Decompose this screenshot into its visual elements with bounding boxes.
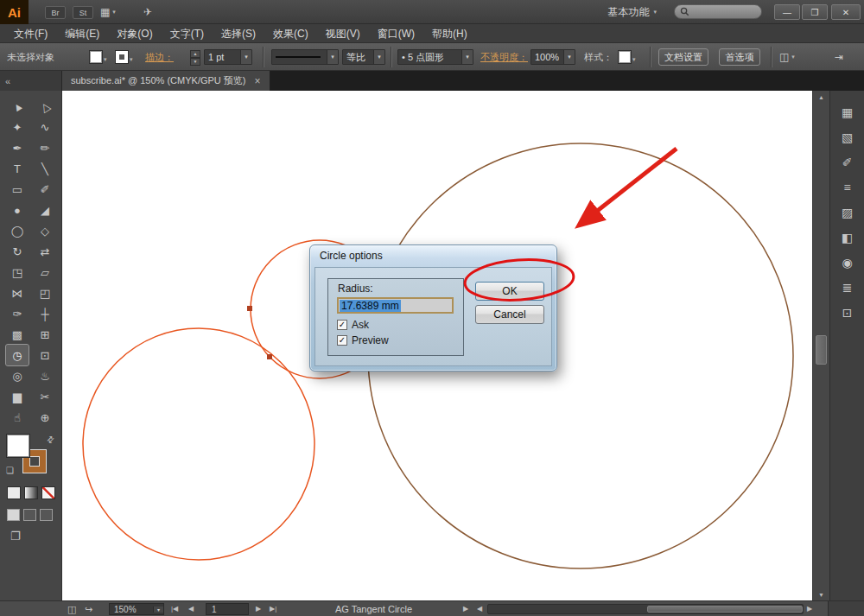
canvas[interactable]: Circle options Radius: 17.6389 mm ✓ Ask … xyxy=(62,91,812,600)
preferences-button[interactable]: 首选项 xyxy=(719,48,760,66)
color-panel-icon[interactable]: ▦ xyxy=(830,99,864,124)
chevron-down-icon[interactable]: ▾ xyxy=(563,50,575,64)
blob-brush-tool[interactable]: ● xyxy=(6,200,29,220)
column-graph-tool[interactable]: ▆ xyxy=(6,386,29,407)
fill-color-well[interactable] xyxy=(7,435,29,457)
hand-tool[interactable]: ☝ xyxy=(6,407,29,428)
type-tool[interactable]: T xyxy=(6,158,29,179)
gradient-panel-icon[interactable]: ▨ xyxy=(830,200,864,225)
stroke-style-combo[interactable]: ▾ xyxy=(271,49,339,65)
stepper-up-icon[interactable]: ▲ xyxy=(190,50,200,58)
radius-input[interactable]: 17.6389 mm xyxy=(337,297,454,314)
magic-wand-tool[interactable]: ✦ xyxy=(6,117,29,137)
screen-mode-icon[interactable]: ❐ xyxy=(10,530,21,543)
menu-select[interactable]: 选择(S) xyxy=(213,24,264,43)
style-combo[interactable]: ▾ xyxy=(619,51,636,63)
polygon-tool[interactable]: ◇ xyxy=(34,220,56,241)
slice-tool[interactable]: ✂ xyxy=(34,386,56,407)
line-segment-tool[interactable]: ╲ xyxy=(34,158,56,179)
restore-button[interactable]: ❐ xyxy=(802,4,828,20)
stepper-down-icon[interactable]: ▼ xyxy=(190,58,200,66)
eraser-tool[interactable]: ◢ xyxy=(34,200,56,220)
opacity-combo[interactable]: 100% ▾ xyxy=(530,49,575,65)
default-colors-icon[interactable]: ❏ xyxy=(6,466,14,475)
ellipse-tool[interactable]: ◯ xyxy=(6,220,29,241)
arrange-documents-icon[interactable]: ▦ ▾ xyxy=(100,5,116,19)
chevron-down-icon[interactable]: ▾ xyxy=(153,606,163,613)
document-setup-button[interactable]: 文档设置 xyxy=(658,48,708,66)
workspace-switcher[interactable]: 基本功能 ▾ xyxy=(607,0,657,24)
reflect-tool[interactable]: ⇄ xyxy=(34,241,56,262)
eyedropper-tool[interactable]: ✑ xyxy=(6,303,29,324)
menu-edit[interactable]: 编辑(E) xyxy=(56,24,108,43)
artboard-tool[interactable]: ⊡ xyxy=(34,345,56,365)
stroke-panel-link[interactable]: 描边： xyxy=(145,43,174,71)
minimize-button[interactable]: — xyxy=(774,4,800,20)
fill-color-control[interactable]: ▾ xyxy=(90,51,107,63)
tab-close-icon[interactable]: × xyxy=(255,75,261,87)
artboard-number-field[interactable]: 1 xyxy=(206,603,249,615)
collapse-control-icon[interactable]: ⇥ xyxy=(835,43,843,71)
symbol-sprayer-tool[interactable]: ♨ xyxy=(34,365,56,386)
ag-tangent-circle-tool[interactable]: ◷ xyxy=(6,345,29,365)
ok-button[interactable]: OK xyxy=(475,282,544,301)
transparency-panel-icon[interactable]: ◧ xyxy=(830,225,864,250)
tangent-circle-medium[interactable] xyxy=(83,328,314,560)
swap-fill-stroke-icon[interactable]: ⇄ xyxy=(44,434,56,446)
preview-checkbox[interactable]: ✓ Preview xyxy=(337,334,389,346)
scroll-right-icon[interactable]: ▶ xyxy=(807,601,812,616)
shear-tool[interactable]: ▱ xyxy=(34,262,56,283)
chevron-down-icon[interactable]: ▾ xyxy=(461,50,473,64)
appearance-panel-icon[interactable]: ◉ xyxy=(830,250,864,275)
pencil-tool[interactable]: ✏ xyxy=(34,137,56,158)
scale-tool[interactable]: ◳ xyxy=(6,262,29,283)
zoom-combo[interactable]: 150% ▾ xyxy=(109,603,164,615)
artboards-panel-icon[interactable]: ⊡ xyxy=(830,300,864,325)
stock-button[interactable]: St xyxy=(73,6,93,19)
scroll-up-icon[interactable]: ▲ xyxy=(813,91,829,103)
paintbrush-tool[interactable]: ✐ xyxy=(34,179,56,200)
stroke-weight-stepper[interactable]: ▲ ▼ xyxy=(190,50,200,64)
free-transform-tool[interactable]: ◰ xyxy=(34,283,56,303)
document-tab[interactable]: subscribe.ai* @ 150% (CMYK/GPU 预览) × xyxy=(62,71,270,91)
brushes-panel-icon[interactable]: ✐ xyxy=(830,149,864,175)
document-info-icon[interactable]: ◫ xyxy=(67,601,76,616)
stroke-weight-combo[interactable]: 1 pt ▾ xyxy=(204,49,252,65)
previous-artboard-icon[interactable]: ◀ xyxy=(188,601,194,616)
direct-selection-tool[interactable]: △ xyxy=(34,96,56,117)
collapse-tools-panel-icon[interactable]: « xyxy=(0,71,62,91)
chevron-down-icon[interactable]: ▾ xyxy=(373,50,384,64)
menu-object[interactable]: 对象(O) xyxy=(108,24,161,43)
measure-tool[interactable]: ┼ xyxy=(34,303,56,324)
status-flyout-icon[interactable]: ▶ xyxy=(463,601,468,616)
rotate-tool[interactable]: ↻ xyxy=(6,241,29,262)
rectangle-tool[interactable]: ▭ xyxy=(6,179,29,200)
flow-icon[interactable]: ↪ xyxy=(85,601,92,616)
width-tool[interactable]: ⋈ xyxy=(6,283,29,303)
stroke-panel-icon[interactable]: ≡ xyxy=(830,175,864,200)
vertical-scroll-thumb[interactable] xyxy=(816,335,827,365)
gradient-tool[interactable]: ▩ xyxy=(6,324,29,345)
vertical-scrollbar[interactable]: ▲ ▼ xyxy=(812,91,829,600)
color-guide-panel-icon[interactable]: ▧ xyxy=(830,124,864,149)
width-profile-combo[interactable]: 等比 ▾ xyxy=(342,49,385,65)
chevron-down-icon[interactable]: ▾ xyxy=(327,50,338,64)
chevron-down-icon[interactable]: ▾ xyxy=(240,50,251,64)
zoom-tool[interactable]: ⊕ xyxy=(34,407,56,428)
panel-menu-icon[interactable]: ◫ ▾ xyxy=(779,43,795,71)
draw-inside-button[interactable] xyxy=(40,509,53,521)
menu-effect[interactable]: 效果(C) xyxy=(264,24,317,43)
ask-checkbox[interactable]: ✓ Ask xyxy=(337,319,369,331)
brush-definition-combo[interactable]: • 5 点圆形 ▾ xyxy=(397,49,473,65)
lasso-tool[interactable]: ∿ xyxy=(34,117,56,137)
search-input[interactable] xyxy=(692,7,756,17)
menu-view[interactable]: 视图(V) xyxy=(317,24,369,43)
cancel-button[interactable]: Cancel xyxy=(475,305,544,324)
horizontal-scrollbar[interactable] xyxy=(487,604,804,614)
draw-behind-button[interactable] xyxy=(23,509,36,521)
anchor-point[interactable] xyxy=(267,354,272,359)
horizontal-scroll-thumb[interactable] xyxy=(647,606,803,613)
draw-normal-button[interactable] xyxy=(7,509,20,521)
stroke-color-control[interactable]: ▾ xyxy=(116,51,133,63)
dialog-titlebar[interactable]: Circle options xyxy=(320,245,383,267)
